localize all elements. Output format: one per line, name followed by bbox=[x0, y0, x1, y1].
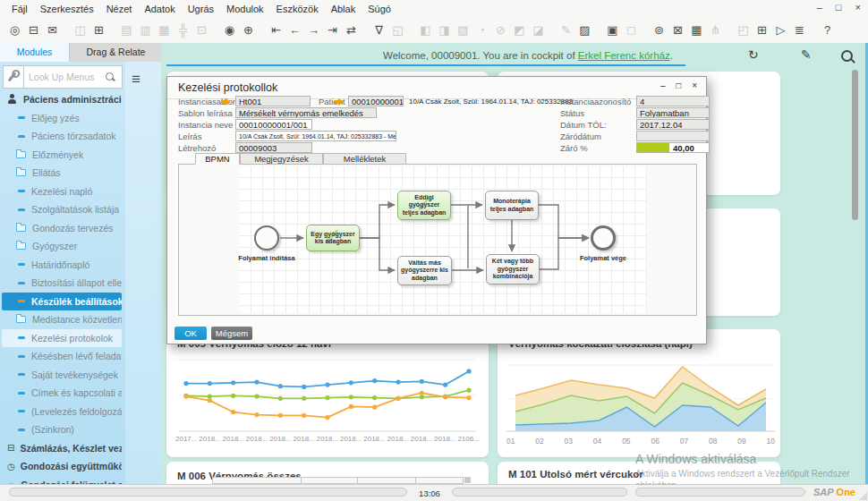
tab-bpmn[interactable]: BPMN bbox=[195, 153, 240, 165]
sidebar-item[interactable]: Készülék beállítások bbox=[2, 293, 122, 311]
freeze-icon: ⊡ bbox=[193, 21, 210, 40]
bpmn-task[interactable]: ✓Egy gyógyszer kis adagban bbox=[306, 225, 360, 251]
menu-item-adatok[interactable]: Adatok bbox=[138, 4, 181, 14]
sidebar-item[interactable]: Határidőnapló bbox=[2, 256, 122, 275]
refresh-record-icon[interactable]: ⇄ bbox=[343, 21, 360, 40]
dialog-minimize-button[interactable]: – bbox=[660, 81, 666, 90]
sidebar-module-item[interactable]: ◷Gondozási együttműködé bbox=[2, 457, 122, 476]
x-axis-labels: 2017...2018...2018...2018...2018...2018.… bbox=[175, 435, 480, 443]
menu-item-fajl[interactable]: Fájl bbox=[5, 4, 34, 14]
hospital-link[interactable]: Erkel Ferenc kórház bbox=[578, 50, 670, 61]
copy-icon[interactable]: ⊞ bbox=[90, 21, 107, 40]
bpmn-task[interactable]: Monoterápia teljes adagban bbox=[485, 191, 539, 220]
restore-button[interactable]: □ bbox=[836, 2, 842, 13]
sidebar-module-header[interactable]: Páciens adminisztráció, R bbox=[2, 90, 122, 109]
bpmn-task-label: Egy gyógyszer kis adagban bbox=[307, 231, 359, 246]
bpmn-end-event[interactable] bbox=[591, 225, 616, 250]
tab-megjegyzesek[interactable]: Megjegyzések bbox=[240, 153, 323, 165]
debug-icon[interactable]: ≣ bbox=[791, 21, 808, 40]
cancel-button[interactable]: Mégsem bbox=[211, 327, 252, 340]
tab-drag-and-relate[interactable]: Drag & Relate bbox=[69, 43, 161, 62]
menu-item-nezet[interactable]: Nézet bbox=[100, 4, 139, 14]
bpmn-task[interactable]: Váltás más gyógyszerre kis adagban bbox=[397, 256, 452, 285]
link-arrow-icon[interactable] bbox=[338, 98, 345, 106]
sidebar-item[interactable]: Saját tevékenységek bbox=[2, 366, 122, 385]
sidebar-item[interactable]: Kezelési protokolok bbox=[2, 329, 122, 348]
sidebar-item[interactable]: Gondozás tervezés bbox=[2, 219, 122, 238]
nav-next-icon[interactable]: → bbox=[305, 21, 322, 40]
x-axis-label: 04 bbox=[593, 437, 601, 446]
nav-last-icon[interactable]: ⇥ bbox=[324, 21, 341, 40]
ok-button[interactable]: OK bbox=[174, 327, 207, 340]
sidebar-item[interactable]: Címek és kapcsolati adat bbox=[2, 384, 122, 403]
minimize-button[interactable]: – bbox=[817, 2, 822, 13]
filter-icon[interactable]: ∇ bbox=[370, 21, 387, 40]
nav-first-icon[interactable]: ⇤ bbox=[268, 21, 285, 40]
sidebar-item[interactable]: (Levelezés feldolgozása) bbox=[2, 403, 122, 421]
instance-name-field[interactable]: 00010000001/001 bbox=[235, 119, 312, 130]
vertical-scrollbar-thumb[interactable] bbox=[852, 70, 858, 220]
menu-item-ugras[interactable]: Ugrás bbox=[182, 4, 220, 14]
sidebar-item[interactable]: Előjeg yzés bbox=[2, 109, 122, 128]
query-generator-icon[interactable]: ▷ bbox=[772, 21, 789, 40]
cockpit-search-icon[interactable] bbox=[841, 50, 853, 62]
series-blue-point bbox=[278, 384, 283, 388]
table-corner-block bbox=[464, 477, 471, 483]
series-orange-point bbox=[349, 404, 353, 409]
sidebar-item[interactable]: Szolgáltatások listája bbox=[2, 200, 122, 219]
menu-settings-button[interactable] bbox=[3, 65, 24, 89]
tab-modules[interactable]: Modules bbox=[0, 43, 69, 62]
sidebar-item[interactable]: Páciens törzsadatok bbox=[2, 127, 122, 146]
folder-icon bbox=[16, 225, 26, 232]
refresh-icon[interactable]: ↻ bbox=[748, 47, 759, 62]
tab-mellekletek[interactable]: Mellékletek bbox=[323, 153, 406, 165]
bpmn-task[interactable]: ✓Eddigi gyógyszer teljes adagban bbox=[397, 191, 451, 220]
menu-item-ablak[interactable]: Ablak bbox=[325, 4, 362, 14]
bpmn-task[interactable]: Két vagy több gyógyszer kombinációja bbox=[486, 254, 540, 284]
menu-item-szerkesztes[interactable]: Szerkesztés bbox=[34, 4, 100, 14]
dash-icon bbox=[18, 355, 25, 358]
mail-settings-icon[interactable]: ⊠ bbox=[669, 21, 686, 40]
field-label: Sablon leírása bbox=[178, 108, 233, 118]
sidebar-item[interactable]: Biztosítási állapot ellenőrz bbox=[2, 274, 122, 293]
link-arrow-icon[interactable] bbox=[225, 98, 231, 106]
sidebar-item[interactable]: Ellátás bbox=[2, 164, 122, 183]
menu-item-sugo[interactable]: Súgó bbox=[362, 4, 397, 14]
add-record-icon[interactable]: ⊕ bbox=[240, 21, 257, 40]
help-icon[interactable]: ? bbox=[819, 21, 836, 40]
resize-grip[interactable] bbox=[859, 492, 867, 500]
sap-logo-text: SAP bbox=[813, 487, 834, 497]
nav-prev-icon[interactable]: ← bbox=[286, 21, 303, 40]
form-settings-icon[interactable]: ▨ bbox=[576, 21, 593, 40]
find-icon[interactable]: ◉ bbox=[221, 21, 238, 40]
edit-icon[interactable]: ✎ bbox=[801, 47, 812, 62]
sidebar-item[interactable]: Medistance közvetlen elér bbox=[2, 310, 122, 329]
sidebar-item[interactable]: Gyógyszer bbox=[2, 237, 122, 256]
field-label: Záró % bbox=[560, 143, 588, 153]
dialog-close-button[interactable]: × bbox=[692, 81, 697, 90]
menu-toggle-icon[interactable]: ≡ bbox=[132, 73, 140, 86]
payment-icon: ▧ bbox=[455, 21, 472, 40]
bpmn-start-event[interactable] bbox=[254, 225, 279, 250]
sidebar-item[interactable]: Előzmények bbox=[2, 146, 122, 165]
preview-icon[interactable]: ◎ bbox=[6, 21, 23, 40]
queries-icon[interactable]: ⊞ bbox=[753, 21, 770, 40]
doc-settings-icon[interactable]: ⊚ bbox=[651, 21, 668, 40]
menu-item-eszkozok[interactable]: Eszközök bbox=[270, 4, 325, 14]
sidebar-module-item[interactable]: ⊟Számlázás, Készlet vezeté bbox=[2, 439, 122, 458]
calendar-icon[interactable]: ▦ bbox=[688, 21, 705, 40]
chat-icon[interactable]: ▣ bbox=[604, 21, 621, 40]
search-icon[interactable] bbox=[106, 72, 114, 81]
x-axis-label: 10 bbox=[767, 437, 775, 446]
description-field[interactable]: 10/A Csák Zsolt, Szül: 1964.01.14, TAJ: … bbox=[235, 131, 396, 141]
send-email-icon[interactable]: ✉ bbox=[44, 21, 61, 40]
series-blue-point bbox=[443, 383, 447, 387]
dialog-maximize-button[interactable]: □ bbox=[676, 81, 681, 90]
sidebar-item[interactable]: Késésben lévő feladatok bbox=[2, 347, 122, 366]
menu-item-modulok[interactable]: Modulok bbox=[220, 4, 270, 14]
print-icon[interactable]: ⊟ bbox=[25, 21, 42, 40]
close-button[interactable]: × bbox=[855, 2, 861, 13]
sidebar-item[interactable]: Kezelési napló bbox=[2, 183, 122, 201]
chart-card-m101: M 101 Utolsó mért vércukor bbox=[498, 462, 780, 485]
sidebar-item[interactable]: (Szinkron) bbox=[2, 420, 122, 439]
